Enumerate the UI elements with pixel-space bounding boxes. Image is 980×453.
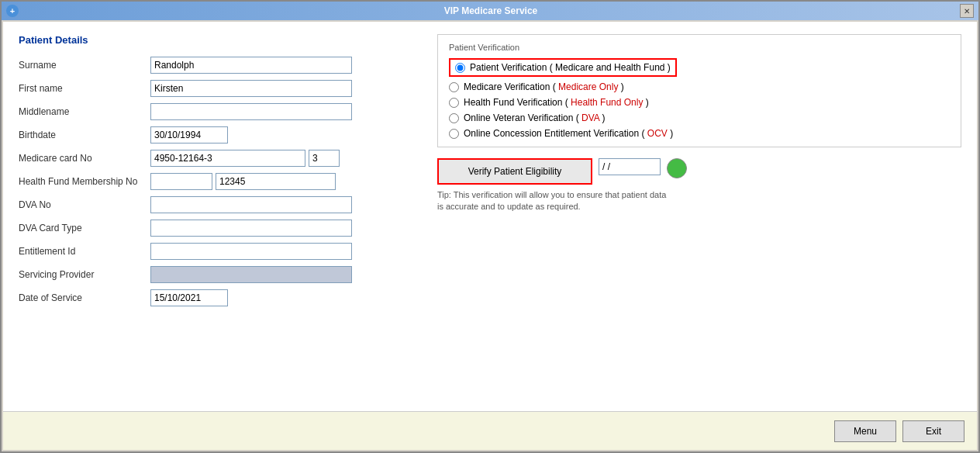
- entitlement-row: Entitlement Id: [19, 243, 422, 260]
- radio-selected-box: Patient Verification ( Medicare and Heal…: [449, 58, 677, 77]
- main-content: Patient Details Surname First name Middl…: [3, 22, 977, 411]
- left-panel: Patient Details Surname First name Middl…: [19, 34, 422, 399]
- surname-row: Surname: [19, 57, 422, 74]
- radio-input-2[interactable]: [449, 82, 459, 92]
- healthfund-prefix-input[interactable]: [150, 173, 212, 190]
- medicare-label: Medicare card No: [19, 153, 150, 164]
- window-title: VIP Medicare Service: [22, 5, 960, 16]
- radio-option-3[interactable]: Health Fund Verification ( Health Fund O…: [449, 97, 950, 108]
- verify-section: Verify Patient Eligibility: [437, 158, 961, 185]
- radio-option-5[interactable]: Online Concession Entitlement Verificati…: [449, 128, 950, 139]
- radio-label-3: Health Fund Verification ( Health Fund O…: [464, 97, 649, 108]
- birthdate-label: Birthdate: [19, 130, 150, 140]
- servicing-label: Servicing Provider: [19, 269, 150, 280]
- entitlement-label: Entitlement Id: [19, 246, 150, 257]
- verification-section-label: Patient Verification: [449, 43, 950, 52]
- dva-input[interactable]: [150, 196, 352, 213]
- patient-details-title: Patient Details: [19, 34, 422, 46]
- title-bar: + VIP Medicare Service ✕: [2, 2, 978, 20]
- healthfund-label: Health Fund Membership No: [19, 176, 150, 187]
- middlename-row: Middlename: [19, 103, 422, 120]
- healthfund-row: Health Fund Membership No: [19, 173, 422, 190]
- tip-text: Tip: This verification will allow you to…: [437, 189, 670, 213]
- medicare-input[interactable]: [150, 150, 305, 167]
- dva-card-label: DVA Card Type: [19, 223, 150, 233]
- radio-option-1[interactable]: Patient Verification ( Medicare and Heal…: [449, 58, 950, 77]
- content-area: Patient Details Surname First name Middl…: [3, 22, 977, 450]
- servicing-row: Servicing Provider: [19, 266, 422, 283]
- radio-input-3[interactable]: [449, 98, 459, 108]
- surname-label: Surname: [19, 60, 150, 71]
- close-button[interactable]: ✕: [960, 4, 974, 18]
- firstname-row: First name: [19, 80, 422, 97]
- radio-label-1: Patient Verification ( Medicare and Heal…: [470, 62, 671, 73]
- birthdate-input[interactable]: [150, 126, 228, 144]
- exit-button[interactable]: Exit: [902, 420, 964, 442]
- dva-row: DVA No: [19, 196, 422, 213]
- servicing-input[interactable]: [150, 266, 352, 283]
- radio-option-4[interactable]: Online Veteran Verification ( DVA ): [449, 112, 950, 123]
- dva-label: DVA No: [19, 199, 150, 210]
- radio-option-2[interactable]: Medicare Verification ( Medicare Only ): [449, 81, 950, 92]
- healthfund-inputs: [150, 173, 336, 190]
- middlename-input[interactable]: [150, 103, 352, 120]
- title-bar-left: +: [6, 5, 22, 17]
- middlename-label: Middlename: [19, 106, 150, 117]
- medicare-ref-input[interactable]: [309, 150, 340, 167]
- green-status-indicator: [667, 158, 687, 178]
- dos-input[interactable]: [150, 289, 228, 306]
- dos-row: Date of Service: [19, 289, 422, 306]
- menu-button[interactable]: Menu: [834, 420, 896, 442]
- radio-input-1[interactable]: [455, 63, 465, 73]
- radio-label-2: Medicare Verification ( Medicare Only ): [464, 81, 624, 92]
- medicare-inputs: [150, 150, 340, 167]
- verify-date-input[interactable]: [599, 158, 661, 175]
- radio-input-5[interactable]: [449, 129, 459, 139]
- radio-label-4: Online Veteran Verification ( DVA ): [464, 112, 606, 123]
- surname-input[interactable]: [150, 57, 352, 74]
- main-window: + VIP Medicare Service ✕ Patient Details…: [0, 0, 980, 453]
- firstname-input[interactable]: [150, 80, 352, 97]
- right-panel: Patient Verification Patient Verificatio…: [437, 34, 961, 399]
- dos-label: Date of Service: [19, 292, 150, 303]
- dva-card-row: DVA Card Type: [19, 220, 422, 237]
- radio-input-4[interactable]: [449, 113, 459, 123]
- window-icon: +: [6, 5, 19, 17]
- radio-label-5: Online Concession Entitlement Verificati…: [464, 128, 673, 139]
- radio-group: Patient Verification ( Medicare and Heal…: [449, 58, 950, 139]
- bottom-bar: Menu Exit: [3, 411, 977, 450]
- verify-eligibility-button[interactable]: Verify Patient Eligibility: [437, 158, 592, 185]
- verification-box: Patient Verification Patient Verificatio…: [437, 34, 961, 147]
- birthdate-row: Birthdate: [19, 126, 422, 144]
- firstname-label: First name: [19, 83, 150, 94]
- dva-card-input[interactable]: [150, 220, 352, 237]
- medicare-row: Medicare card No: [19, 150, 422, 167]
- entitlement-input[interactable]: [150, 243, 352, 260]
- healthfund-number-input[interactable]: [216, 173, 336, 190]
